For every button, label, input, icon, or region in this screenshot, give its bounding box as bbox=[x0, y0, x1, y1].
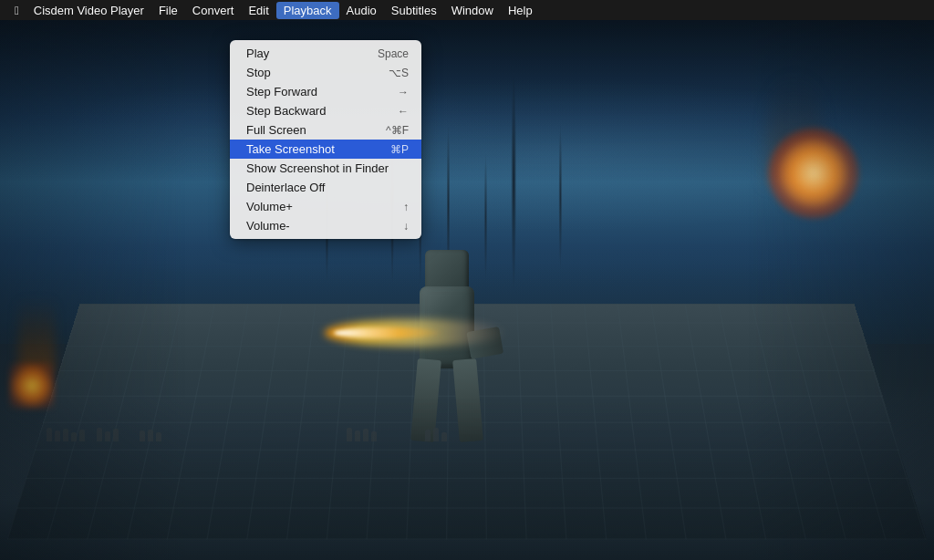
menu-item-show-screenshot-finder[interactable]: Show Screenshot in Finder bbox=[230, 159, 421, 178]
play-shortcut: Space bbox=[378, 47, 409, 60]
full-screen-label: Full Screen bbox=[246, 123, 368, 137]
menu-bar:  Cisdem Video Player File Convert Edit … bbox=[0, 0, 934, 20]
help-menu-item[interactable]: Help bbox=[501, 2, 540, 19]
audio-menu-item[interactable]: Audio bbox=[339, 2, 384, 19]
apple-menu[interactable]:  bbox=[7, 4, 26, 17]
stop-shortcut: ⌥S bbox=[389, 67, 409, 79]
file-menu-item[interactable]: File bbox=[151, 2, 185, 19]
convert-menu-item[interactable]: Convert bbox=[185, 2, 242, 19]
menu-item-deinterlace-off[interactable]: Deinterlace Off bbox=[230, 178, 421, 197]
step-backward-shortcut: ← bbox=[398, 105, 409, 118]
window-menu-item[interactable]: Window bbox=[444, 2, 501, 19]
play-label: Play bbox=[246, 47, 359, 60]
menu-bar-left:  Cisdem Video Player File Convert Edit … bbox=[7, 2, 540, 19]
volume-up-label: Volume+ bbox=[246, 200, 385, 213]
menu-item-play[interactable]: Play Space bbox=[230, 44, 421, 63]
depth-overlay bbox=[0, 20, 934, 560]
subtitles-menu-item[interactable]: Subtitles bbox=[384, 2, 444, 19]
menu-item-take-screenshot[interactable]: Take Screenshot ⌘P bbox=[230, 140, 421, 159]
menu-item-volume-down[interactable]: Volume- ↓ bbox=[230, 216, 421, 235]
playback-dropdown: Play Space Stop ⌥S Step Forward → Step B… bbox=[230, 40, 421, 239]
menu-item-volume-up[interactable]: Volume+ ↑ bbox=[230, 197, 421, 216]
menu-item-stop[interactable]: Stop ⌥S bbox=[230, 63, 421, 82]
take-screenshot-shortcut: ⌘P bbox=[390, 143, 409, 156]
volume-down-shortcut: ↓ bbox=[403, 220, 409, 233]
edit-menu-item[interactable]: Edit bbox=[241, 2, 275, 19]
show-screenshot-finder-label: Show Screenshot in Finder bbox=[246, 161, 390, 175]
video-area: Play Space Stop ⌥S Step Forward → Step B… bbox=[0, 20, 934, 560]
full-screen-shortcut: ^⌘F bbox=[386, 124, 409, 137]
step-forward-label: Step Forward bbox=[246, 85, 379, 99]
step-backward-label: Step Backward bbox=[246, 104, 379, 118]
volume-down-label: Volume- bbox=[246, 219, 385, 233]
playback-menu-item[interactable]: Playback bbox=[276, 2, 339, 19]
stop-label: Stop bbox=[246, 66, 370, 79]
deinterlace-off-label: Deinterlace Off bbox=[246, 181, 390, 194]
app-menu-item[interactable]: Cisdem Video Player bbox=[26, 2, 151, 19]
menu-item-step-backward[interactable]: Step Backward ← bbox=[230, 101, 421, 120]
menu-item-step-forward[interactable]: Step Forward → bbox=[230, 82, 421, 101]
step-forward-shortcut: → bbox=[398, 86, 409, 99]
take-screenshot-label: Take Screenshot bbox=[246, 142, 372, 156]
volume-up-shortcut: ↑ bbox=[403, 201, 409, 213]
menu-item-full-screen[interactable]: Full Screen ^⌘F bbox=[230, 120, 421, 140]
